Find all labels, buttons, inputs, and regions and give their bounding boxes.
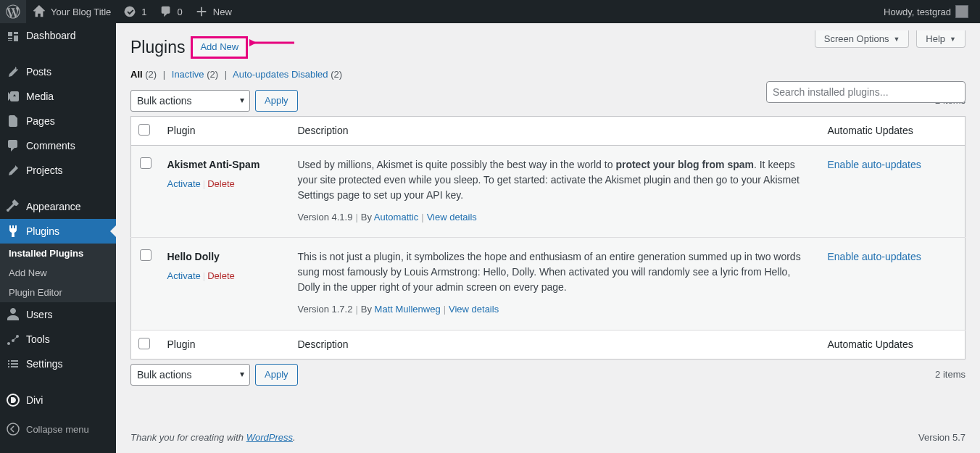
media-icon — [6, 89, 20, 104]
users-icon — [6, 307, 20, 322]
enable-auto-updates-link[interactable]: Enable auto-updates — [828, 251, 921, 262]
activate-link[interactable]: Activate — [167, 178, 201, 189]
bulk-actions-select-top[interactable]: Bulk actions — [130, 90, 250, 112]
select-all-checkbox-bottom[interactable] — [138, 338, 150, 349]
sidebar-item-settings[interactable]: Settings — [0, 352, 116, 376]
column-plugin-header[interactable]: Plugin — [160, 116, 291, 145]
activate-link[interactable]: Activate — [167, 270, 201, 281]
tools-icon — [6, 332, 20, 346]
pages-icon — [6, 114, 20, 128]
help-label: Help — [926, 33, 945, 44]
comments-menu-icon — [6, 138, 20, 153]
annotation-arrow — [254, 38, 304, 56]
column-auto-updates-header[interactable]: Automatic Updates — [821, 116, 966, 145]
page-title: Plugins — [130, 38, 185, 57]
select-all-checkbox-top[interactable] — [138, 124, 150, 136]
submenu-plugins: Installed Plugins Add New Plugin Editor — [0, 244, 116, 302]
sidebar-item-comments[interactable]: Comments — [0, 133, 116, 158]
menu-label: Pages — [26, 115, 55, 127]
plugin-author-link[interactable]: Matt Mullenweg — [375, 304, 441, 315]
delete-link[interactable]: Delete — [207, 270, 235, 281]
updates-count: 1 — [141, 7, 146, 17]
plugin-description: This is not just a plugin, it symbolizes… — [298, 249, 813, 295]
sidebar-item-projects[interactable]: Projects — [0, 158, 116, 183]
collapse-label: Collapse menu — [26, 424, 89, 435]
howdy-label: Howdy, testgrad — [884, 7, 951, 17]
submenu-add-new[interactable]: Add New — [0, 263, 116, 283]
plugin-author-link[interactable]: Automattic — [374, 212, 418, 223]
plus-icon — [194, 4, 209, 19]
wordpress-link[interactable]: WordPress — [246, 432, 293, 443]
column-plugin-footer[interactable]: Plugin — [160, 330, 291, 359]
plugin-meta: Version 1.7.2|By Matt Mullenweg|View det… — [298, 302, 813, 317]
admin-sidebar: Dashboard Posts Media Pages Comments Pro… — [0, 23, 116, 453]
menu-label: Tools — [26, 333, 50, 345]
filter-all-count: (2) — [145, 69, 157, 80]
svg-point-1 — [7, 423, 19, 435]
sidebar-item-users[interactable]: Users — [0, 302, 116, 327]
posts-icon — [6, 65, 20, 79]
chevron-down-icon: ▼ — [950, 36, 956, 43]
footer-thanks: Thank you for creating with WordPress. — [130, 432, 296, 443]
dashboard-icon — [6, 28, 20, 43]
comments-icon — [159, 4, 173, 19]
admin-bar: Your Blog Title 1 0 New Howdy, testgrad — [0, 0, 980, 23]
sidebar-item-tools[interactable]: Tools — [0, 327, 116, 352]
submenu-plugin-editor[interactable]: Plugin Editor — [0, 283, 116, 302]
bulk-actions-select-bottom[interactable]: Bulk actions — [130, 364, 250, 386]
submenu-installed-plugins[interactable]: Installed Plugins — [0, 244, 116, 263]
menu-label: Media — [26, 91, 54, 102]
table-row: Akismet Anti-Spam Activate|Delete Used b… — [131, 145, 966, 238]
sidebar-item-appearance[interactable]: Appearance — [0, 194, 116, 219]
settings-icon — [6, 357, 20, 371]
plugin-description: Used by millions, Akismet is quite possi… — [298, 157, 813, 203]
row-checkbox[interactable] — [140, 249, 151, 261]
account-link[interactable]: Howdy, testgrad — [878, 0, 974, 23]
apply-button-top[interactable]: Apply — [255, 90, 298, 112]
comments-link[interactable]: 0 — [153, 0, 188, 23]
footer-version: Version 5.7 — [918, 432, 966, 443]
sidebar-item-divi[interactable]: Divi — [0, 388, 116, 412]
menu-label: Settings — [26, 358, 63, 370]
view-details-link[interactable]: View details — [449, 304, 499, 315]
chevron-down-icon: ▼ — [893, 36, 900, 43]
filter-inactive[interactable]: Inactive — [172, 69, 204, 80]
collapse-icon — [6, 422, 20, 436]
plugins-icon — [6, 224, 20, 238]
sidebar-item-posts[interactable]: Posts — [0, 59, 116, 84]
sidebar-item-dashboard[interactable]: Dashboard — [0, 23, 116, 48]
wp-logo-link[interactable] — [0, 0, 26, 23]
new-content-link[interactable]: New — [188, 0, 238, 23]
updates-icon — [122, 4, 137, 19]
add-new-button[interactable]: Add New — [191, 36, 248, 59]
collapse-menu-button[interactable]: Collapse menu — [0, 417, 116, 441]
screen-options-button[interactable]: Screen Options ▼ — [815, 30, 910, 48]
main-content: Screen Options ▼ Help ▼ Plugins Add New … — [116, 23, 980, 441]
plugin-name: Hello Dolly — [167, 249, 283, 265]
filter-all[interactable]: All — [130, 69, 143, 80]
plugin-name: Akismet Anti-Spam — [167, 157, 283, 173]
appearance-icon — [6, 199, 20, 214]
menu-label: Appearance — [26, 201, 81, 212]
row-checkbox[interactable] — [140, 157, 151, 169]
menu-label: Posts — [26, 66, 51, 78]
sidebar-item-media[interactable]: Media — [0, 84, 116, 109]
sidebar-item-pages[interactable]: Pages — [0, 109, 116, 133]
sidebar-item-plugins[interactable]: Plugins — [0, 219, 116, 244]
delete-link[interactable]: Delete — [207, 178, 235, 189]
enable-auto-updates-link[interactable]: Enable auto-updates — [828, 159, 921, 170]
search-input[interactable] — [766, 81, 966, 103]
updates-link[interactable]: 1 — [117, 0, 152, 23]
column-description-footer: Description — [291, 330, 821, 359]
column-auto-updates-footer[interactable]: Automatic Updates — [821, 330, 966, 359]
apply-button-bottom[interactable]: Apply — [255, 364, 298, 386]
site-title-link[interactable]: Your Blog Title — [26, 0, 117, 23]
filter-auto-disabled[interactable]: Auto-updates Disabled — [233, 69, 328, 80]
menu-label: Divi — [26, 394, 43, 406]
site-title-label: Your Blog Title — [51, 7, 111, 17]
filter-inactive-count: (2) — [207, 69, 218, 80]
help-button[interactable]: Help ▼ — [916, 30, 966, 48]
view-details-link[interactable]: View details — [427, 212, 477, 223]
table-row: Hello Dolly Activate|Delete This is not … — [131, 238, 966, 331]
wordpress-logo-icon — [6, 4, 20, 19]
